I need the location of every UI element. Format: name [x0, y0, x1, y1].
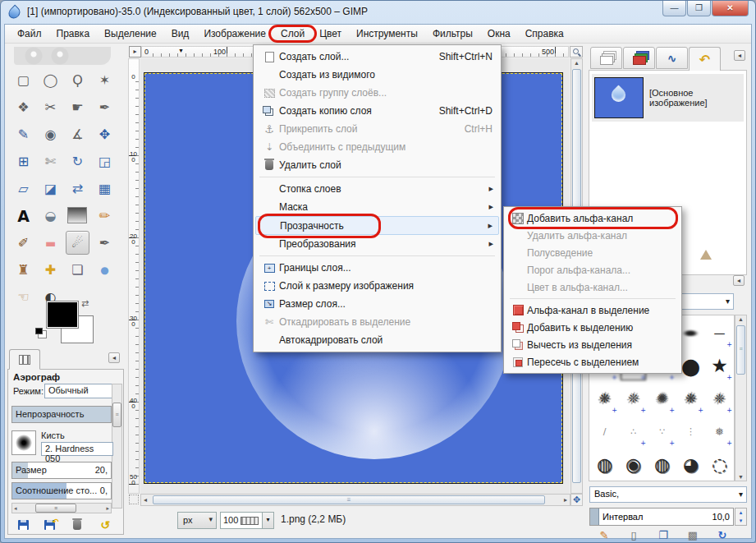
tool-foreground-select-button[interactable]: ☛	[66, 95, 89, 119]
menu-item-layer-to-image-size[interactable]: Слой к размеру изображения	[255, 277, 499, 295]
edit-brush-button[interactable]: ✎	[593, 528, 615, 542]
duplicate-brush-button[interactable]: ❐	[653, 528, 674, 542]
brush-thumbnail[interactable]: ◍	[590, 448, 619, 481]
quick-mask-toggle[interactable]	[129, 495, 139, 504]
menu-item-duplicate-layer[interactable]: Создать копию слояShift+Ctrl+D	[255, 102, 499, 120]
tool-paintbrush-button[interactable]: ✐	[11, 231, 35, 255]
tool-text-button[interactable]: A	[11, 204, 35, 228]
brush-thumbnail[interactable]: ❋	[590, 382, 619, 415]
tool-free-select-button[interactable]: Ϙ	[66, 68, 89, 92]
tool-rectangle-select-button[interactable]: ▢	[11, 68, 35, 92]
mode-select[interactable]: Обычный	[44, 384, 113, 398]
zoom-dropdown-button[interactable]: ▾	[262, 513, 273, 528]
tab-undo-history[interactable]: ↶	[689, 47, 721, 71]
menu-item-layer-boundary-size[interactable]: +Границы слоя...	[255, 259, 499, 277]
menu-item-mask[interactable]: Маска	[255, 198, 499, 216]
zoom-mini-slider[interactable]	[241, 517, 259, 525]
brush-thumbnail[interactable]: ◍	[648, 448, 676, 481]
tool-flip-button[interactable]: ⇄	[66, 177, 89, 200]
canvas-hscrollbar[interactable]: ◂≡▸	[140, 494, 570, 506]
menu-item-scale-layer[interactable]: ↘Размер слоя...	[255, 295, 499, 313]
delete-brush-button[interactable]: ▩	[682, 528, 703, 542]
default-colors-icon[interactable]	[35, 328, 43, 334]
restore-options-button[interactable]: ↶	[39, 518, 59, 532]
tool-scale-button[interactable]: ◲	[93, 150, 117, 173]
aspect-ratio-slider[interactable]: Соотношение сто... 0,	[11, 482, 112, 499]
restore-button[interactable]: ❐	[687, 1, 711, 16]
options-hscrollbar-thumb[interactable]: ≡	[35, 504, 76, 513]
options-hscrollbar[interactable]: ◂≡▸	[11, 503, 112, 513]
brush-thumbnail[interactable]: ◕	[676, 448, 705, 481]
submenu-item-subtract-from-selection[interactable]: Вычесть из выделения	[506, 336, 680, 353]
menu-file[interactable]: Файл	[10, 25, 49, 42]
scroll-up-arrow-icon[interactable]: ▲	[572, 60, 581, 66]
menu-view[interactable]: Вид	[164, 25, 197, 42]
brush-thumbnail[interactable]: ∴	[619, 415, 648, 448]
tool-blur-sharpen-button[interactable]: ●	[93, 258, 117, 282]
brush-thumbnail[interactable]: ❈	[705, 382, 734, 415]
menu-help[interactable]: Справка	[518, 25, 571, 42]
swap-colors-icon[interactable]: ⇄	[81, 298, 89, 309]
brush-thumbnail[interactable]: ⋮	[676, 415, 705, 448]
brush-thumbnail[interactable]: ❊	[619, 382, 648, 415]
menu-select[interactable]: Выделение	[97, 25, 164, 42]
options-scrollbar-thumb[interactable]: ≡	[112, 403, 121, 427]
tool-smudge-button[interactable]: ☜	[11, 285, 35, 309]
brushes-menu-button[interactable]: ◂	[733, 275, 745, 286]
collapse-left-dock-button[interactable]: ◂	[108, 352, 120, 363]
tool-eraser-button[interactable]: ▬	[39, 231, 62, 255]
spin-up-icon[interactable]: ▴	[735, 508, 746, 517]
brush-group-select[interactable]: Basic,▾	[589, 486, 747, 503]
collapse-right-dock-button[interactable]: ◂	[734, 50, 745, 61]
close-button[interactable]: ✕	[712, 1, 749, 16]
unit-select[interactable]: px	[177, 512, 217, 529]
tool-shear-button[interactable]: ▱	[11, 177, 35, 200]
tool-ink-button[interactable]: ✒	[93, 231, 117, 255]
menu-item-new-layer[interactable]: Создать слой...Shift+Ctrl+N	[255, 48, 499, 66]
spacing-spinner[interactable]: ▴▾	[735, 508, 747, 526]
submenu-item-add-to-selection[interactable]: Добавить к выделению	[506, 319, 680, 336]
tab-layers[interactable]	[590, 47, 622, 69]
brush-thumbnail[interactable]: ❋	[676, 382, 705, 415]
brush-grid-scrollbar[interactable]: ▲≡▼	[735, 315, 747, 481]
tab-paths[interactable]: ∿	[656, 47, 688, 69]
menu-image[interactable]: Изображение	[196, 25, 273, 42]
brush-name-field[interactable]: 2. Hardness 050	[41, 442, 113, 456]
brush-thumbnail[interactable]: —	[705, 316, 734, 349]
brushes-dialog-tab-icon[interactable]	[700, 250, 712, 260]
spin-down-icon[interactable]: ▾	[735, 517, 746, 525]
tool-alignment-button[interactable]: ⊞	[11, 150, 35, 173]
menu-item-autocrop-layer[interactable]: Автокадрировать слой	[255, 331, 499, 349]
menu-item-new-from-visible[interactable]: Создать из видимого	[255, 66, 499, 84]
foreground-color-swatch[interactable]	[47, 301, 78, 328]
menu-tools[interactable]: Инструменты	[349, 25, 425, 42]
tool-ellipse-select-button[interactable]: ◯	[39, 68, 62, 92]
brush-thumbnail[interactable]: /	[590, 415, 619, 448]
tool-rotate-button[interactable]: ↻	[66, 150, 89, 173]
brush-thumbnail[interactable]: ◉	[619, 448, 648, 481]
zoom-follow-window-button[interactable]	[570, 46, 583, 58]
submenu-item-intersect-with-selection[interactable]: Пересечь с выделением	[506, 353, 680, 370]
menu-windows[interactable]: Окна	[480, 25, 518, 42]
tool-perspective-clone-button[interactable]: ❏	[66, 258, 89, 282]
tool-crop-button[interactable]: ✄	[39, 150, 62, 173]
reset-options-button[interactable]: ↺	[95, 518, 115, 532]
minimize-button[interactable]: —	[662, 1, 686, 16]
menu-filters[interactable]: Фильтры	[425, 25, 480, 42]
tool-clone-button[interactable]: ♜	[11, 258, 35, 282]
brush-thumbnail[interactable]: ✺	[648, 382, 676, 415]
menu-layer[interactable]: Слой	[273, 25, 312, 42]
opacity-slider[interactable]: Непрозрачность	[11, 406, 112, 423]
spacing-slider[interactable]: Интервал 10,0	[589, 508, 734, 526]
tool-color-picker-button[interactable]: ✎	[11, 122, 35, 146]
zoom-control[interactable]: 100 ▾	[220, 512, 274, 529]
tool-gradient-button[interactable]	[67, 207, 87, 223]
size-slider[interactable]: Размер 20,	[11, 462, 112, 479]
tool-move-button[interactable]: ✥	[93, 122, 117, 146]
tool-pencil-button[interactable]: ✏	[93, 204, 117, 228]
tab-channels[interactable]	[623, 47, 655, 69]
refresh-brushes-button[interactable]: ↻	[712, 528, 733, 542]
menu-item-transform[interactable]: Преобразования	[255, 235, 499, 253]
tool-select-by-color-button[interactable]: ❖	[11, 95, 35, 119]
delete-options-button[interactable]	[67, 518, 87, 532]
